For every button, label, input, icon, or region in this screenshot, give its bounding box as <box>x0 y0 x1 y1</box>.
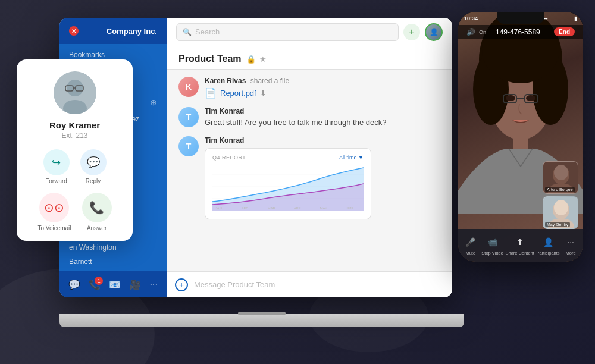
chart-container: Q4 REPORT All time ▼ <box>205 148 371 219</box>
tim-message-body-1: Tim Konrad Great stuff! Are you free to … <box>205 107 440 128</box>
share-icon: ⬆ <box>511 235 529 249</box>
sidebar-header: ✕ Company Inc. <box>60 18 167 44</box>
chart-filter[interactable]: All time ▼ <box>339 155 364 161</box>
svg-text:JAN: JAN <box>215 206 222 210</box>
chart-header: Q4 REPORT All time ▼ <box>212 155 364 161</box>
voicemail-icon[interactable]: 📧 <box>109 279 121 290</box>
star-icon[interactable]: ★ <box>259 55 267 64</box>
more-button[interactable]: ··· More <box>562 235 580 256</box>
participants-icon: 👤 <box>539 235 557 249</box>
phone-battery: ▮ <box>574 15 577 21</box>
svg-text:APR: APR <box>294 206 301 210</box>
more-label: More <box>566 250 576 256</box>
mute-btn-label: Mute <box>465 250 475 256</box>
svg-point-33 <box>554 200 568 215</box>
mute-icon: 🔊 <box>466 28 475 36</box>
participant-2-thumb: May Gentry <box>543 196 578 229</box>
caller-avatar <box>54 71 96 114</box>
messages-area: K Karen Rivas shared a file 📄 Report.pdf… <box>167 70 452 271</box>
phone-number: 149-476-5589 <box>496 28 540 36</box>
channel-icons: 🔒 ★ <box>246 55 267 64</box>
phone-thumbnails: Arturo Borgee May Gentry <box>543 161 578 229</box>
laptop-notch <box>238 312 286 315</box>
top-bar: 🔍 Search + 👤 <box>167 18 452 46</box>
svg-point-21 <box>526 95 536 101</box>
call-big-actions: ⊙⊙ To Voicemail 📞 Answer <box>37 193 111 231</box>
end-call-button[interactable]: End <box>554 27 575 36</box>
svg-text:FEB: FEB <box>242 206 248 210</box>
message-karen: K Karen Rivas shared a file 📄 Report.pdf… <box>178 77 440 99</box>
mute-button[interactable]: 🎤 Mute <box>462 235 480 256</box>
search-bar[interactable]: 🔍 Search <box>176 23 399 41</box>
chart-title: Q4 REPORT <box>212 155 246 161</box>
participant-1-thumb: Arturo Borgee <box>543 161 578 194</box>
phone-call-header: 🔊 On 149-476-5589 End <box>458 25 583 39</box>
call-card: Roy Kramer Ext. 213 ↪ Forward 💬 Reply ⊙⊙… <box>17 59 133 241</box>
message-tim-1: T Tim Konrad Great stuff! Are you free t… <box>178 107 440 128</box>
company-name: Company Inc. <box>107 27 157 36</box>
phone-call-info: 🔊 On 149-476-5589 <box>466 28 540 36</box>
file-name[interactable]: Report.pdf <box>220 89 256 98</box>
forward-icon: ↪ <box>43 149 70 175</box>
search-placeholder: Search <box>195 27 220 36</box>
voicemail-button[interactable]: ⊙⊙ To Voicemail <box>37 193 71 231</box>
top-bar-actions: + 👤 <box>403 23 443 41</box>
lock-icon: 🔒 <box>246 55 256 64</box>
stop-video-button[interactable]: 📹 Stop Video <box>481 235 503 256</box>
forward-label: Forward <box>45 178 67 184</box>
participants-label: Participants <box>536 250 559 256</box>
messages-icon[interactable]: 💬 <box>68 279 80 290</box>
add-button[interactable]: + <box>403 24 420 40</box>
sidebar-bottom-bar: 💬 📞 1 📧 🎥 ··· <box>60 271 167 297</box>
phone-notch <box>497 12 544 24</box>
svg-point-20 <box>506 95 515 101</box>
svg-point-29 <box>554 165 568 180</box>
sidebar-item-enwashington[interactable]: en Washington <box>60 240 167 255</box>
answer-button[interactable]: 📞 Answer <box>82 193 112 231</box>
user-avatar[interactable]: 👤 <box>425 23 443 41</box>
stop-video-icon: 📹 <box>484 235 502 249</box>
reply-button[interactable]: 💬 Reply <box>80 149 107 184</box>
tim-avatar-2: T <box>178 136 199 156</box>
sidebar-item-barnett[interactable]: Barnett <box>60 255 167 269</box>
pdf-icon: 📄 <box>205 87 217 99</box>
tim-sender-2: Tim Konrad <box>205 136 440 145</box>
share-content-button[interactable]: ⬆ Share Content <box>505 235 534 256</box>
svg-text:MAY: MAY <box>320 206 327 210</box>
caller-ext: Ext. 213 <box>61 131 87 140</box>
download-icon[interactable]: ⬇ <box>260 89 267 98</box>
message-add-button[interactable]: + <box>175 278 188 291</box>
participant-1-name: Arturo Borgee <box>545 187 575 192</box>
video-icon[interactable]: 🎥 <box>129 279 141 290</box>
message-input[interactable]: Message Product Team <box>194 280 444 289</box>
caller-name: Roy Kramer <box>49 120 100 130</box>
message-tim-2: T Tim Konrad Q4 REPORT All time ▼ <box>178 136 440 219</box>
main-content: 🔍 Search + 👤 Product Team 🔒 ★ <box>167 18 452 297</box>
close-button[interactable]: ✕ <box>69 26 79 36</box>
search-icon: 🔍 <box>183 28 192 36</box>
mute-btn-icon: 🎤 <box>462 235 480 249</box>
share-label: Share Content <box>505 250 534 256</box>
phone-badge: 1 <box>95 277 103 285</box>
reply-label: Reply <box>86 178 101 184</box>
karen-message-body: Karen Rivas shared a file 📄 Report.pdf ⬇ <box>205 77 440 99</box>
answer-icon: 📞 <box>82 193 112 222</box>
svg-text:JUN: JUN <box>346 206 353 210</box>
phone-icon[interactable]: 📞 1 <box>89 279 101 290</box>
chart-svg: JAN FEB MAR APR MAY JUN <box>212 163 364 211</box>
channel-title: Product Team <box>178 54 242 64</box>
karen-file[interactable]: 📄 Report.pdf ⬇ <box>205 87 440 99</box>
more-icon[interactable]: ··· <box>150 279 158 290</box>
karen-sender: Karen Rivas shared a file <box>205 77 440 85</box>
tim-sender-1: Tim Konrad <box>205 107 440 115</box>
forward-button[interactable]: ↪ Forward <box>43 149 70 184</box>
participants-button[interactable]: 👤 Participants <box>536 235 559 256</box>
more-btn-icon: ··· <box>562 235 580 249</box>
phone-time: 10:34 <box>464 15 478 21</box>
laptop-base <box>60 314 464 327</box>
tim-text-1: Great stuff! Are you free to talk me thr… <box>205 117 440 128</box>
voicemail-icon: ⊙⊙ <box>39 193 69 222</box>
add-icon[interactable]: ⊕ <box>150 98 157 107</box>
karen-avatar: K <box>178 77 199 97</box>
answer-label: Answer <box>87 225 107 231</box>
